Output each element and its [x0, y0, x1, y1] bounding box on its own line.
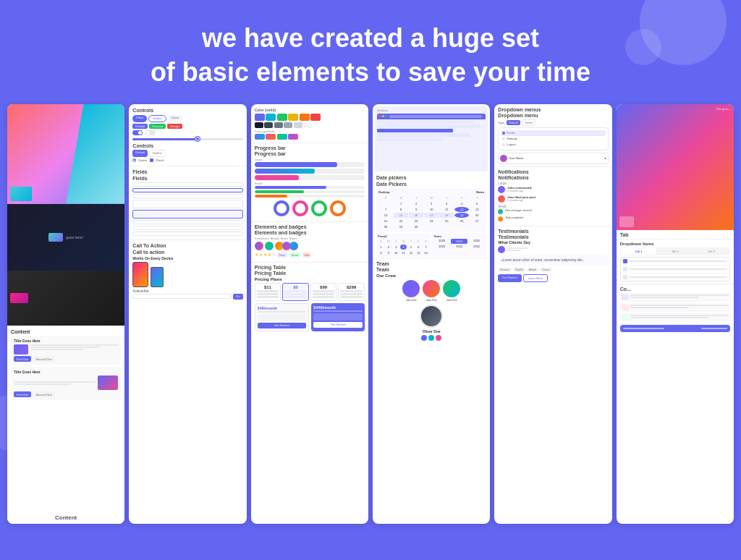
star-4: ★: [268, 252, 271, 258]
team-avatar-featured: [420, 305, 443, 328]
progress-bar-small-3: [255, 195, 365, 198]
title-line2: of basic elements to save your time: [151, 57, 590, 87]
style-danger[interactable]: Danger: [167, 124, 182, 129]
swatch-5: [300, 114, 310, 121]
datepicker-label: Date pickers: [376, 175, 486, 180]
field-2[interactable]: [132, 188, 242, 192]
avatar-1: [255, 242, 263, 250]
dropdown-type-2[interactable]: Hover: [522, 119, 536, 126]
logo-3: Airbnb: [527, 268, 538, 272]
team-avatar-2: [423, 280, 440, 297]
swatch-grad3: [277, 134, 287, 140]
social-1[interactable]: [421, 335, 427, 341]
field-3[interactable]: [132, 194, 242, 198]
textarea-2[interactable]: [132, 210, 242, 219]
list-item-1[interactable]: [621, 258, 729, 266]
notif-item-4: Task completed: [498, 216, 608, 221]
badge-1: New: [277, 253, 287, 258]
star-2: ★: [259, 252, 263, 258]
star-1: ★: [255, 252, 258, 258]
testimonial-avatar-1: [498, 246, 505, 253]
content-btn2-2[interactable]: Second One: [33, 391, 54, 397]
list-item-2[interactable]: [621, 266, 729, 273]
what-clients-label: What Clients Say: [498, 240, 608, 245]
dropdown-item-2[interactable]: Settings: [501, 136, 605, 142]
subscribe-input[interactable]: [132, 294, 232, 299]
swatch-g5: [294, 122, 302, 128]
progress-bar-small-2: [255, 190, 365, 193]
notif-item-2: Jane liked your post 5 minutes ago: [498, 195, 608, 203]
variation-filled[interactable]: Filled: [132, 115, 147, 122]
card-progress: Color (solid): [251, 104, 368, 524]
ctrl-btn-1[interactable]: Default: [132, 150, 148, 157]
dropdown-item-1[interactable]: Profile: [501, 130, 605, 136]
content-btn2[interactable]: Second One: [33, 356, 54, 362]
team-avatar-1: [402, 280, 420, 297]
star-3: ★: [263, 252, 267, 258]
slider[interactable]: [132, 138, 242, 140]
avatar-dropdown[interactable]: User Name ▾: [498, 153, 608, 164]
field-5[interactable]: [132, 226, 242, 230]
variation-outline[interactable]: Outline: [148, 115, 166, 122]
title-line1: we have created a huge set: [202, 23, 539, 53]
period-label: Period: [378, 234, 429, 238]
subscribe-label: Subscribe: [132, 289, 242, 293]
years-label: Years: [433, 234, 485, 238]
datepicker-desktop-label: Desktop: [378, 190, 390, 194]
pricing-cta-2[interactable]: Get Started: [313, 322, 363, 328]
ui-grid: goes here! Content Title Goes Here: [0, 104, 741, 524]
content-btn1-2[interactable]: First One: [14, 391, 31, 397]
swatch-grad4: [288, 134, 298, 140]
style-success[interactable]: Success: [149, 124, 166, 129]
swatch-grad1: [255, 134, 265, 140]
notifications-inner-label: Notifications: [498, 175, 608, 180]
tab-2[interactable]: Tab 2: [657, 248, 693, 255]
cta-inner-label: Call to action: [132, 250, 242, 255]
dropdown-item-3[interactable]: Logout: [501, 142, 605, 148]
content-inner-label: Content: [11, 329, 121, 334]
tab-3[interactable]: Tab 3: [694, 248, 729, 255]
pricing-cta-1[interactable]: Get Started: [258, 323, 307, 328]
field-6[interactable]: [132, 232, 242, 236]
variation-ghost[interactable]: Ghost: [168, 115, 183, 122]
fields-inner-label: Fields: [132, 176, 242, 181]
logo-4: iTunes: [540, 268, 551, 272]
card-dropdown: Dropdown menus Dropdown menu Type Defaul…: [494, 104, 611, 524]
card-datepicker: Desktop: [373, 104, 490, 524]
subscribe-btn[interactable]: Go: [233, 294, 242, 300]
textarea-1[interactable]: [132, 200, 242, 208]
price-3: $99: [313, 285, 335, 289]
field-1[interactable]: [132, 182, 242, 187]
toggle-on[interactable]: [132, 130, 143, 135]
checkbox-1[interactable]: [150, 158, 153, 162]
ctrl-btn-2[interactable]: Outline: [149, 150, 166, 157]
social-2[interactable]: [428, 335, 434, 341]
field-4[interactable]: [132, 220, 242, 224]
controls-inner-label: Controls: [132, 143, 242, 148]
mini-calendar-2: SMTWTFS 1234567 891011121314: [378, 239, 429, 255]
social-3[interactable]: [436, 335, 441, 341]
pricing-inner-label: Pricing Table: [255, 271, 365, 276]
logo-1: Binance: [498, 268, 512, 272]
footer-cta-2[interactable]: Learn More: [523, 274, 548, 282]
team-inner-label: Team: [376, 267, 486, 272]
progress-bar-large-3: [255, 175, 365, 180]
dropdown-type-1[interactable]: Default: [507, 120, 520, 125]
content-label: Content: [55, 514, 77, 521]
dropdown-inner-label: Dropdown menu: [498, 113, 608, 118]
toggle-off[interactable]: [145, 130, 156, 135]
tab-1[interactable]: Tab 1: [621, 248, 656, 255]
content-btn1[interactable]: First One: [14, 356, 31, 362]
radio-1[interactable]: [132, 158, 136, 162]
avatar-2: [265, 242, 274, 250]
list-item-3[interactable]: [621, 273, 729, 281]
avatar-5: [289, 242, 298, 250]
footer-cta-1[interactable]: Get Started: [498, 274, 521, 282]
price-1: $11: [257, 285, 279, 289]
star-5: ★: [272, 252, 276, 258]
price-featured-1: $49/month: [258, 306, 307, 310]
colors-label: Color (solid): [255, 108, 365, 112]
team-avatar-3: [443, 280, 460, 297]
style-default[interactable]: Default: [132, 124, 148, 129]
progress-bar-large-2: [255, 169, 365, 174]
